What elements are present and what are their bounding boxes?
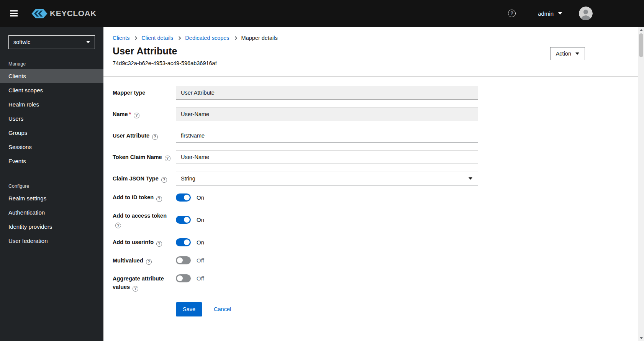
form-row-token-claim-name: Token Claim Name [113, 150, 635, 164]
action-dropdown-label: Action [556, 51, 571, 57]
mapper-id: 74d9c32a-b62e-4953-ac49-596ab36916af [113, 60, 217, 66]
form-row-name: Name* [113, 107, 635, 121]
form-row-add-to-userinfo: Add to userinfo On [113, 238, 635, 247]
chevron-down-icon [558, 12, 562, 15]
form-row-aggregate-attribute-values: Aggregate attribute values Off [113, 274, 635, 292]
add-to-userinfo-state: On [197, 239, 204, 246]
add-to-userinfo-toggle[interactable] [176, 238, 191, 246]
help-icon[interactable] [508, 10, 516, 17]
help-icon[interactable] [134, 113, 139, 118]
help-icon[interactable] [115, 223, 121, 228]
sidebar-item-realm-roles[interactable]: Realm roles [0, 97, 103, 111]
form-actions: Save Cancel [113, 302, 635, 316]
multivalued-state: Off [197, 257, 204, 264]
keycloak-logo-icon [31, 9, 48, 18]
arrow-down-icon [640, 337, 643, 339]
aggregate-attribute-values-toggle[interactable] [176, 274, 191, 282]
claim-json-type-select[interactable]: String [176, 172, 478, 185]
sidebar-item-authentication[interactable]: Authentication [0, 205, 103, 220]
token-claim-name-label: Token Claim Name [113, 154, 162, 160]
user-attribute-input[interactable] [176, 129, 478, 143]
form-row-add-to-access-token: Add to access token On [113, 211, 635, 229]
form-row-claim-json-type: Claim JSON Type String [113, 172, 635, 185]
avatar[interactable] [579, 7, 593, 20]
add-to-id-token-toggle[interactable] [176, 193, 191, 202]
sidebar-item-user-federation[interactable]: User federation [0, 234, 103, 248]
breadcrumb: Clients Client details Dedicated scopes … [103, 27, 644, 41]
name-input[interactable] [176, 107, 478, 121]
toggle-knob [184, 239, 190, 245]
toggle-knob [184, 195, 190, 200]
multivalued-toggle[interactable] [176, 256, 191, 264]
breadcrumb-mapper-details: Mapper details [241, 35, 278, 41]
chevron-down-icon [469, 177, 472, 180]
add-to-id-token-label: Add to ID token [113, 194, 154, 200]
realm-selector[interactable]: softwlc [8, 35, 95, 49]
sidebar: softwlc Manage Clients Client scopes Rea… [0, 27, 103, 341]
user-menu[interactable]: admin [538, 10, 562, 17]
form-row-user-attribute: User Attribute [113, 129, 635, 143]
scroll-down-button[interactable] [638, 335, 644, 341]
keycloak-logo: KEYCLOAK [31, 9, 97, 18]
vertical-scrollbar[interactable] [638, 27, 644, 341]
help-icon[interactable] [146, 259, 152, 265]
sidebar-item-client-scopes[interactable]: Client scopes [0, 83, 103, 97]
help-icon[interactable] [156, 241, 162, 247]
user-attribute-label: User Attribute [113, 133, 149, 139]
toggle-knob [177, 257, 183, 263]
claim-json-type-label: Claim JSON Type [113, 175, 159, 182]
breadcrumb-clients[interactable]: Clients [113, 35, 129, 41]
name-label: Name [113, 111, 128, 117]
toggle-knob [184, 217, 190, 223]
help-icon[interactable] [161, 177, 167, 183]
sidebar-item-sessions[interactable]: Sessions [0, 140, 103, 154]
menu-toggle-icon[interactable] [10, 10, 18, 16]
mapper-type-input[interactable] [176, 86, 478, 100]
chevron-right-icon [177, 36, 181, 40]
save-button[interactable]: Save [176, 302, 202, 316]
chevron-right-icon [134, 36, 138, 40]
cancel-button[interactable]: Cancel [214, 306, 231, 312]
page-title: User Attribute [113, 46, 217, 57]
add-to-userinfo-label: Add to userinfo [113, 239, 154, 245]
sidebar-item-events[interactable]: Events [0, 154, 103, 168]
nav-section-manage: Manage [8, 61, 103, 67]
help-icon[interactable] [165, 156, 170, 161]
app-header: KEYCLOAK admin [0, 0, 644, 27]
token-claim-name-input[interactable] [176, 150, 478, 164]
mapper-form: Mapper type Name* User Attribute [103, 77, 644, 326]
claim-json-type-value: String [181, 175, 195, 182]
required-marker: * [129, 111, 131, 117]
scroll-up-button[interactable] [638, 27, 644, 33]
user-silhouette-icon [579, 7, 593, 20]
breadcrumb-client-details[interactable]: Client details [141, 35, 173, 41]
action-dropdown-button[interactable]: Action [550, 47, 585, 60]
add-to-id-token-state: On [197, 194, 204, 201]
help-icon[interactable] [152, 134, 158, 140]
sidebar-item-realm-settings[interactable]: Realm settings [0, 191, 103, 205]
chevron-right-icon [233, 36, 237, 40]
sidebar-item-groups[interactable]: Groups [0, 126, 103, 140]
add-to-access-token-label: Add to access token [113, 213, 167, 219]
sidebar-item-clients[interactable]: Clients [0, 69, 103, 83]
form-row-multivalued: Multivalued Off [113, 256, 635, 265]
chevron-down-icon [575, 52, 579, 55]
nav-section-configure: Configure [8, 184, 103, 189]
toggle-knob [177, 275, 183, 281]
chevron-down-icon [86, 41, 90, 43]
help-icon[interactable] [156, 196, 162, 202]
multivalued-label: Multivalued [113, 257, 143, 264]
add-to-access-token-toggle[interactable] [176, 216, 191, 224]
user-menu-label: admin [538, 10, 554, 17]
breadcrumb-dedicated-scopes[interactable]: Dedicated scopes [185, 35, 229, 41]
scrollbar-thumb[interactable] [639, 33, 643, 57]
help-icon[interactable] [133, 286, 138, 292]
mapper-type-label: Mapper type [113, 90, 145, 96]
sidebar-item-users[interactable]: Users [0, 111, 103, 126]
form-row-add-to-id-token: Add to ID token On [113, 193, 635, 202]
sidebar-item-identity-providers[interactable]: Identity providers [0, 220, 103, 234]
main-content: Clients Client details Dedicated scopes … [103, 27, 644, 341]
realm-selector-value: softwlc [13, 39, 30, 45]
add-to-access-token-state: On [197, 216, 204, 223]
form-row-mapper-type: Mapper type [113, 86, 635, 100]
